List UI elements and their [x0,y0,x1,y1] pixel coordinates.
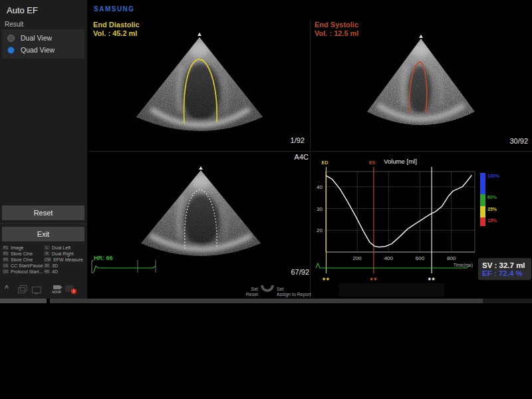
advr-label: ADVR [51,290,63,294]
fk-badge: P2 [3,251,9,256]
radio-dual-view[interactable]: Dual View [7,33,52,43]
divider [0,223,87,224]
a4c-frame-counter: 67/92 [276,268,309,276]
fk-badge: P3 [3,257,9,262]
fk-badge: 3D [44,263,50,268]
bottom-strip-right [483,299,532,303]
fk-dual-right: RDual Right [44,251,88,257]
fk-badge: U2 [3,269,9,274]
svg-text:◆◆: ◆◆ [370,277,377,281]
trackball-hint-right: SetAssign to Report [277,287,311,297]
radio-quad-view-label: Quad View [21,46,55,54]
fk-badge: U1 [3,263,9,268]
copy-icon[interactable] [18,287,25,293]
svg-text:400: 400 [384,255,394,261]
panel-divider-horizontal [88,151,532,152]
svg-text:60%: 60% [487,195,497,200]
fk-cc-start-pause: U1CC Start/Pause [3,263,47,269]
fk-badge: L [44,245,50,250]
svg-text:800: 800 [447,255,456,261]
bottom-strip-left [0,299,47,303]
a4c-view-label: A4C [285,153,309,161]
monitor-icon[interactable] [32,287,41,293]
ejection-fraction-value: EF : 72.4 % [482,269,531,277]
svg-text:600: 600 [416,255,425,261]
ecg-gate-ticks[interactable] [138,260,156,273]
fk-protocol-start: U2Protocol Start... [3,269,47,275]
svg-text:Volume [ml]: Volume [ml] [384,158,417,165]
svg-text:30: 30 [317,206,323,212]
radio-quad-view-dot[interactable] [7,47,15,54]
radio-quad-view[interactable]: Quad View [7,45,55,55]
end-diastolic-title: End Diastolic [93,21,140,29]
camera-icon [53,285,61,289]
advr-recorder-icon[interactable]: ADVR [51,285,63,294]
apex-marker [419,35,423,38]
sidebar: Auto EF Result Dual View Quad View Reset… [0,0,87,299]
svg-text:20: 20 [317,227,323,233]
apex-marker [198,33,201,36]
cine-bar-background [339,283,444,297]
fk-3d: 3D3D [44,263,88,269]
alert-badge: ! [71,289,76,294]
collapse-caret-icon[interactable]: ^ [5,285,9,292]
end-systolic-ultrasound-image[interactable] [351,33,491,140]
fk-store-cine-1: P2Store Cine [3,251,47,257]
auto-ef-screen: Auto EF Result Dual View Quad View Reset… [0,0,532,399]
apex-marker [199,166,203,170]
ecg-bracket [92,261,94,273]
svg-text:200: 200 [352,255,362,261]
trackball-hint-left: SetReset [234,287,258,297]
reset-button[interactable]: Reset [2,205,84,220]
fk-store-cine-2: P3Store Cine [3,257,47,263]
a4c-ultrasound-image[interactable] [112,165,290,266]
fk-4d: 4D4D [44,269,88,275]
svg-text:40: 40 [317,184,323,190]
sidebar-status-row: ^ ADVR ! [0,285,87,297]
fk-image: P1Image [3,245,47,251]
ed-frame-counter: 1/92 [271,136,305,144]
ecg-trace [94,266,156,272]
result-section-label: Result [5,21,23,28]
svg-text:ED: ED [321,160,328,165]
end-systolic-title: End Systolic [315,21,358,29]
radio-dual-view-dot[interactable] [7,35,15,42]
fk-badge: 4D [44,269,50,274]
svg-text:35%: 35% [487,207,497,211]
view-mode-group: Dual View Quad View [2,29,84,59]
es-frame-counter: 30/92 [495,137,528,145]
svg-text:100%: 100% [487,174,500,178]
end-diastolic-ultrasound-image[interactable] [116,31,283,147]
fk-efw-measure: CWEFW Measure [44,257,88,263]
exit-button[interactable]: Exit [2,227,84,241]
function-key-list-right: LDual Left RDual Right CWEFW Measure 3D3… [44,245,88,275]
samsung-logo: SAMSUNG [94,5,135,13]
stroke-volume-value: SV : 32.7 ml [482,261,531,269]
svg-text:15%: 15% [487,218,497,223]
fk-badge: P1 [3,245,9,250]
svg-text:ES: ES [369,160,376,165]
bottom-strip-scrollbar[interactable] [50,299,483,303]
radio-dual-view-label: Dual View [21,34,52,42]
alert-icon[interactable]: ! [65,285,74,292]
ecg-strip [88,258,175,275]
result-values-box: SV : 32.7 ml EF : 72.4 % [478,258,531,280]
fk-badge: CW [44,257,51,262]
fk-dual-left: LDual Left [44,245,88,251]
svg-text:◆◆: ◆◆ [323,277,330,281]
page-title: Auto EF [7,5,38,15]
function-key-list-left: P1Image P2Store Cine P3Store Cine U1CC S… [3,245,47,275]
fk-badge: R [44,251,50,256]
svg-text:◆◆: ◆◆ [428,277,436,281]
